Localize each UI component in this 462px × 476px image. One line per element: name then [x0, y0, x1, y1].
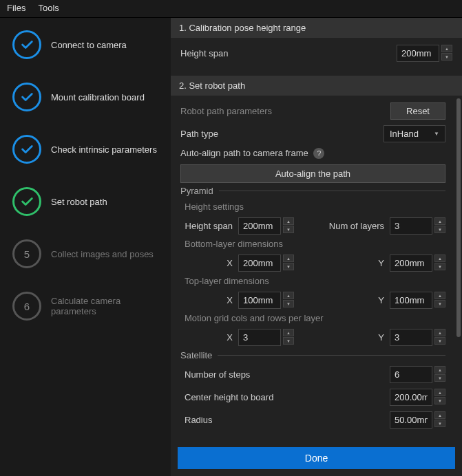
sat-steps-input[interactable]: ▲▼ [390, 366, 445, 383]
menu-tools[interactable]: Tools [38, 3, 59, 13]
bottom-x-label: X [185, 258, 233, 268]
height-settings-label: Height settings [185, 202, 445, 212]
num-layers-label: Num of layers [324, 221, 384, 231]
spin-down-icon[interactable]: ▼ [283, 263, 294, 270]
sat-center-input[interactable]: ▲▼ [390, 389, 445, 406]
spin-up-icon[interactable]: ▲ [434, 411, 445, 419]
section2-header: 2. Set robot path [171, 76, 462, 96]
chevron-down-icon: ▼ [434, 131, 439, 137]
section1-body: Height span ▲▼ [171, 38, 462, 76]
steps-sidebar: Connect to camera Mount calibration boar… [0, 18, 171, 476]
help-icon[interactable]: ? [313, 148, 324, 159]
top-x-input[interactable]: ▲▼ [238, 292, 294, 309]
check-icon [12, 187, 41, 216]
spin-up-icon[interactable]: ▲ [434, 389, 445, 396]
content-panel: 1. Calibration pose height range Height … [171, 18, 462, 476]
check-icon [12, 135, 41, 164]
grid-x-input[interactable]: ▲▼ [238, 329, 294, 346]
grid-y-label: Y [372, 332, 384, 343]
spin-up-icon[interactable]: ▲ [434, 255, 445, 262]
step-label: Check intrinsic parameters [51, 144, 157, 155]
spin-down-icon[interactable]: ▼ [434, 397, 445, 404]
spin-up-icon[interactable]: ▲ [434, 329, 445, 336]
step-check-intrinsic[interactable]: Check intrinsic parameters [12, 135, 164, 164]
grid-label: Motion grid cols and rows per layer [185, 313, 445, 323]
step-label: Mount calibration board [51, 92, 145, 102]
section2-scroll: Robot path parameters Reset Path type In… [171, 96, 462, 442]
spin-down-icon[interactable]: ▼ [434, 300, 445, 307]
pyr-height-span-label: Height span [185, 221, 233, 231]
spin-up-icon[interactable]: ▲ [283, 255, 294, 262]
step-set-robot-path[interactable]: Set robot path [12, 187, 164, 216]
pyramid-group: Pyramid [180, 186, 445, 196]
auto-align-button[interactable]: Auto-align the path [180, 164, 445, 183]
spin-up-icon[interactable]: ▲ [434, 217, 445, 225]
satellite-group: Satellite [180, 350, 445, 360]
height-span-label: Height span [180, 48, 391, 58]
sat-center-label: Center height to board [185, 392, 384, 402]
step-label: Collect images and poses [51, 249, 154, 259]
spin-down-icon[interactable]: ▼ [434, 374, 445, 382]
auto-align-label: Auto-align path to camera frame ? [180, 148, 445, 159]
spin-up-icon[interactable]: ▲ [283, 217, 294, 225]
path-type-select[interactable]: InHand ▼ [384, 125, 445, 142]
spin-down-icon[interactable]: ▼ [283, 226, 294, 233]
num-layers-input[interactable]: ▲▼ [390, 217, 445, 235]
scrollbar-thumb[interactable] [456, 98, 461, 337]
menu-bar: Files Tools [0, 0, 462, 18]
check-icon [12, 83, 41, 111]
sat-radius-label: Radius [185, 415, 384, 425]
bottom-x-input[interactable]: ▲▼ [238, 255, 294, 272]
bottom-dim-label: Bottom-layer dimensions [185, 239, 445, 249]
sat-radius-input[interactable]: ▲▼ [390, 411, 445, 429]
done-bar: Done [171, 442, 462, 476]
spin-up-icon[interactable]: ▲ [283, 292, 294, 299]
step-connect-camera[interactable]: Connect to camera [12, 30, 164, 59]
step-label: Calculate camera parameters [51, 296, 164, 316]
spin-down-icon[interactable]: ▼ [434, 337, 445, 345]
spin-down-icon[interactable]: ▼ [434, 263, 445, 270]
grid-y-input[interactable]: ▲▼ [390, 329, 445, 346]
pyr-height-span-input[interactable]: ▲▼ [238, 217, 294, 235]
sat-steps-label: Number of steps [185, 369, 384, 380]
bottom-y-label: Y [372, 258, 384, 268]
step-calculate-params[interactable]: 6 Calculate camera parameters [12, 292, 164, 321]
spin-up-icon[interactable]: ▲ [283, 329, 294, 336]
spin-down-icon[interactable]: ▼ [441, 53, 452, 61]
step-mount-board[interactable]: Mount calibration board [12, 83, 164, 111]
top-y-label: Y [372, 295, 384, 305]
spin-down-icon[interactable]: ▼ [283, 300, 294, 307]
height-span-field[interactable] [397, 45, 439, 62]
reset-button[interactable]: Reset [390, 102, 445, 120]
step-number-icon: 5 [12, 239, 41, 268]
spin-down-icon[interactable]: ▼ [434, 226, 445, 233]
check-icon [12, 30, 41, 59]
menu-files[interactable]: Files [7, 3, 25, 13]
scrollbar[interactable] [456, 98, 461, 439]
spin-up-icon[interactable]: ▲ [434, 366, 445, 374]
spin-down-icon[interactable]: ▼ [434, 420, 445, 427]
spin-up-icon[interactable]: ▲ [434, 292, 445, 299]
done-button[interactable]: Done [178, 447, 455, 469]
path-type-value: InHand [390, 129, 419, 139]
top-dim-label: Top-layer dimensions [185, 276, 445, 286]
top-y-input[interactable]: ▲▼ [390, 292, 445, 309]
spin-down-icon[interactable]: ▼ [283, 337, 294, 345]
height-span-input[interactable]: ▲▼ [397, 45, 452, 62]
grid-x-label: X [185, 332, 233, 343]
top-x-label: X [185, 295, 233, 305]
section1-header: 1. Calibration pose height range [171, 18, 462, 38]
section2-body: Robot path parameters Reset Path type In… [171, 96, 455, 442]
bottom-y-input[interactable]: ▲▼ [390, 255, 445, 272]
main-area: Connect to camera Mount calibration boar… [0, 18, 462, 476]
step-label: Set robot path [51, 197, 107, 207]
step-label: Connect to camera [51, 40, 127, 50]
step-number-icon: 6 [12, 292, 41, 321]
step-collect-images[interactable]: 5 Collect images and poses [12, 239, 164, 268]
robot-path-params-label: Robot path parameters [180, 106, 385, 116]
path-type-label: Path type [180, 129, 378, 139]
spin-up-icon[interactable]: ▲ [441, 45, 452, 52]
